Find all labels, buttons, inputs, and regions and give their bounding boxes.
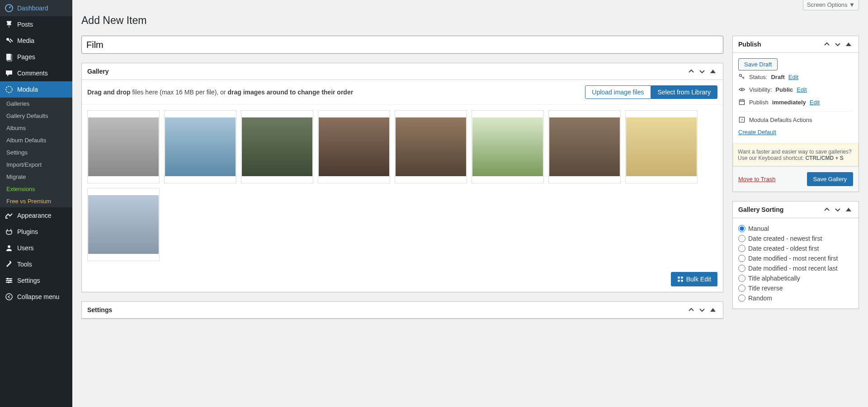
- move-to-trash-link[interactable]: Move to Trash: [738, 176, 775, 182]
- sorting-option[interactable]: Manual: [738, 224, 853, 234]
- chevron-down-icon[interactable]: [833, 205, 842, 214]
- chevron-down-icon[interactable]: [698, 305, 707, 314]
- modula-icon: [5, 85, 14, 94]
- submenu-import-export[interactable]: Import/Export: [0, 159, 72, 171]
- triangle-up-icon[interactable]: [708, 67, 717, 76]
- sidebar-item-posts[interactable]: Posts: [0, 16, 72, 33]
- main-content: Screen Options ▼ Add New Item Gallery: [72, 0, 868, 407]
- sorting-option[interactable]: Random: [738, 293, 853, 303]
- svg-point-5: [8, 245, 10, 248]
- create-default-link[interactable]: Create Default: [738, 129, 776, 136]
- submenu-albums[interactable]: Albums: [0, 122, 72, 134]
- select-library-button[interactable]: Select from Library: [651, 85, 717, 99]
- gallery-thumb[interactable]: [318, 110, 390, 183]
- sorting-radio[interactable]: [738, 255, 745, 262]
- modula-submenu: Galleries Gallery Defaults Albums Album …: [0, 98, 72, 207]
- status-label: Status:: [749, 74, 767, 80]
- comments-icon: [5, 69, 14, 78]
- sidebar-item-dashboard[interactable]: Dashboard: [0, 0, 72, 16]
- save-gallery-button[interactable]: Save Gallery: [807, 172, 853, 186]
- promo-box: Want a faster and easier way to save gal…: [733, 144, 859, 166]
- sidebar-item-pages[interactable]: Pages: [0, 49, 72, 65]
- title-input[interactable]: [81, 36, 723, 54]
- sidebar-item-comments[interactable]: Comments: [0, 65, 72, 81]
- sorting-option[interactable]: Title alphabetically: [738, 273, 853, 283]
- save-draft-button[interactable]: Save Draft: [738, 58, 778, 70]
- chevron-up-icon[interactable]: [687, 67, 696, 76]
- screen-options-button[interactable]: Screen Options ▼: [803, 0, 859, 10]
- gallery-thumb[interactable]: [472, 110, 544, 183]
- gallery-thumb[interactable]: [548, 110, 621, 183]
- gallery-thumb[interactable]: [164, 110, 236, 183]
- triangle-up-icon[interactable]: [844, 40, 853, 49]
- svg-point-10: [9, 280, 11, 281]
- sorting-option[interactable]: Title reverse: [738, 283, 853, 293]
- publish-edit-link[interactable]: Edit: [810, 99, 820, 106]
- sidebar-item-media[interactable]: Media: [0, 33, 72, 49]
- sidebar-item-label: Pages: [17, 53, 35, 61]
- sorting-option[interactable]: Date created - oldest first: [738, 243, 853, 253]
- sidebar-item-settings[interactable]: Settings: [0, 272, 72, 289]
- gallery-thumb[interactable]: [87, 188, 160, 261]
- defaults-label: Modula Defaults Actions: [749, 117, 812, 123]
- submenu-settings[interactable]: Settings: [0, 146, 72, 159]
- bulk-edit-button[interactable]: Bulk Edit: [671, 272, 717, 286]
- sorting-radio[interactable]: [738, 225, 745, 232]
- sidebar-item-label: Comments: [17, 70, 48, 77]
- sorting-radio[interactable]: [738, 295, 745, 302]
- sorting-label: Manual: [748, 225, 769, 232]
- sidebar-item-collapse[interactable]: Collapse menu: [0, 289, 72, 305]
- chevron-down-icon[interactable]: [698, 67, 707, 76]
- submenu-gallery-defaults[interactable]: Gallery Defaults: [0, 110, 72, 122]
- chevron-down-icon[interactable]: [833, 40, 842, 49]
- sidebar-item-plugins[interactable]: Plugins: [0, 224, 72, 240]
- svg-rect-19: [739, 100, 744, 104]
- pages-icon: [5, 52, 14, 61]
- sorting-label: Random: [748, 295, 772, 302]
- sorting-radio[interactable]: [738, 235, 745, 242]
- gallery-thumb[interactable]: [395, 110, 467, 183]
- sorting-radio[interactable]: [738, 265, 745, 272]
- gallery-thumb[interactable]: [625, 110, 698, 183]
- svg-rect-13: [678, 276, 679, 278]
- sidebar-item-users[interactable]: Users: [0, 240, 72, 256]
- sorting-radio[interactable]: [738, 245, 745, 252]
- visibility-edit-link[interactable]: Edit: [797, 86, 807, 93]
- sorting-option[interactable]: Date created - newest first: [738, 234, 853, 243]
- sidebar-item-label: Collapse menu: [17, 293, 59, 300]
- sorting-label: Title reverse: [748, 285, 783, 292]
- question-icon: ?: [738, 116, 745, 123]
- svg-point-12: [6, 294, 12, 300]
- sidebar-item-tools[interactable]: Tools: [0, 256, 72, 272]
- plugins-icon: [5, 227, 14, 236]
- upload-files-button[interactable]: Upload image files: [585, 85, 651, 99]
- sorting-radio[interactable]: [738, 275, 745, 282]
- gallery-thumb[interactable]: [87, 110, 160, 183]
- sorting-option[interactable]: Date modified - most recent first: [738, 253, 853, 263]
- tools-icon: [5, 260, 14, 269]
- sorting-option[interactable]: Date modified - most recent last: [738, 263, 853, 273]
- svg-rect-14: [681, 276, 683, 278]
- sorting-radio[interactable]: [738, 285, 745, 292]
- sidebar-item-label: Settings: [17, 277, 40, 284]
- svg-rect-15: [678, 280, 679, 281]
- svg-point-4: [6, 86, 12, 93]
- gallery-postbox: Gallery Drag and drop files here (max 16…: [81, 63, 723, 292]
- gallery-hint: Drag and drop files here (max 16 MB per …: [87, 89, 353, 96]
- submenu-free-vs-premium[interactable]: Free vs Premium: [0, 195, 72, 207]
- submenu-album-defaults[interactable]: Album Defaults: [0, 134, 72, 146]
- chevron-up-icon[interactable]: [822, 40, 831, 49]
- submenu-extensions[interactable]: Extensions: [0, 183, 72, 195]
- submenu-migrate[interactable]: Migrate: [0, 171, 72, 183]
- chevron-up-icon[interactable]: [687, 305, 696, 314]
- sidebar-item-appearance[interactable]: Appearance: [0, 207, 72, 224]
- grid-icon: [677, 276, 684, 282]
- gallery-thumb[interactable]: [241, 110, 313, 183]
- admin-sidebar: Dashboard Posts Media Pages Comments Mod…: [0, 0, 72, 407]
- submenu-galleries[interactable]: Galleries: [0, 98, 72, 110]
- triangle-up-icon[interactable]: [708, 305, 717, 314]
- sidebar-item-modula[interactable]: Modula: [0, 81, 72, 98]
- triangle-up-icon[interactable]: [844, 205, 853, 214]
- chevron-up-icon[interactable]: [822, 205, 831, 214]
- status-edit-link[interactable]: Edit: [788, 74, 798, 80]
